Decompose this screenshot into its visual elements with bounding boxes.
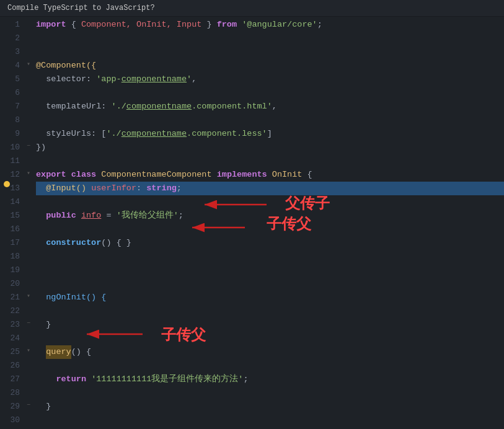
- code-line-25: query() {: [36, 345, 504, 359]
- code-line-15: public info = '我传给父组件';: [36, 209, 504, 223]
- token: export: [36, 168, 66, 182]
- gutter-cell-6: [24, 85, 33, 99]
- line-numbers: 1234567891011121314151617181920212223242…: [0, 17, 24, 429]
- token: @Input(): [36, 182, 91, 195]
- gutter-cell-15: [24, 208, 33, 221]
- token: [36, 209, 46, 223]
- code-line-30: [36, 414, 504, 427]
- gutter-cell-11: [24, 153, 33, 167]
- token: () {: [71, 345, 91, 359]
- title-bar: Compile TypeScript to JavaScript?: [0, 0, 504, 17]
- line-number-7: 7: [4, 100, 20, 113]
- gutter-cell-28: [24, 385, 33, 399]
- token: ;: [179, 209, 183, 223]
- token: ]: [267, 127, 272, 141]
- token: constructor: [46, 236, 101, 250]
- token: './: [106, 127, 121, 141]
- gutter-cell-3: [24, 44, 33, 58]
- token: return: [56, 373, 86, 386]
- gutter-cell-20: [24, 276, 33, 290]
- token: '@angular/core': [242, 18, 317, 32]
- line-number-16: 16: [4, 223, 20, 236]
- line-number-24: 24: [4, 332, 20, 345]
- line-number-14: 14: [4, 195, 20, 209]
- gutter-cell-2: [24, 30, 33, 44]
- fold-open-icon-4[interactable]: ▾: [25, 58, 32, 71]
- token: styleUrls: [: [36, 127, 106, 141]
- code-line-7: templateUrl: './componentname.component.…: [36, 100, 504, 113]
- line-number-1: 1: [4, 18, 20, 32]
- code-line-1: import { Component, OnInit, Input } from…: [36, 18, 504, 32]
- fold-open-icon-12[interactable]: ▾: [25, 167, 32, 180]
- fold-close-icon-23[interactable]: −: [25, 317, 32, 330]
- code-line-4: @Component({: [36, 59, 504, 73]
- token: info: [81, 209, 101, 223]
- gutter-cell-19: [24, 262, 33, 276]
- gutter-cell-31: −: [24, 426, 33, 429]
- token: Component, OnInit, Input: [81, 18, 201, 32]
- line-number-9: 9: [4, 127, 20, 141]
- fold-close-icon-10[interactable]: −: [25, 139, 32, 153]
- code-line-16: [36, 223, 504, 236]
- token: ;: [243, 373, 248, 386]
- token: componentname: [126, 100, 192, 113]
- token: }: [36, 318, 51, 332]
- gutter-cell-9: [24, 126, 33, 139]
- code-line-10: }): [36, 141, 504, 154]
- line-number-23: 23: [4, 318, 20, 332]
- code-line-3: [36, 45, 504, 59]
- line-number-6: 6: [4, 86, 20, 100]
- editor-container: Compile TypeScript to JavaScript? 123456…: [0, 0, 504, 429]
- line-number-22: 22: [4, 304, 20, 318]
- line-number-21: 21: [4, 291, 20, 304]
- token: ,: [192, 73, 197, 86]
- gutter-cell-10: −: [24, 139, 33, 153]
- token: ,: [272, 100, 277, 113]
- token: ComponentnameComponent: [101, 168, 211, 182]
- token: public: [46, 209, 76, 223]
- code-line-23: }: [36, 318, 504, 332]
- fold-open-icon-25[interactable]: ▾: [25, 344, 32, 358]
- token: componentname: [122, 73, 187, 86]
- token: =: [101, 209, 116, 223]
- token: :: [136, 182, 146, 195]
- code-line-5: selector: 'app-componentname',: [36, 73, 504, 86]
- token: import: [36, 18, 66, 32]
- code-line-21: ngOnInit() {: [36, 291, 504, 304]
- code-line-9: styleUrls: ['./componentname.component.l…: [36, 127, 504, 141]
- token: .component.less': [187, 127, 267, 141]
- token: from: [217, 18, 237, 32]
- gutter-cell-8: [24, 112, 33, 126]
- code-line-14: [36, 195, 504, 209]
- line-number-20: 20: [4, 277, 20, 291]
- code-line-29: }: [36, 400, 504, 414]
- fold-close-icon-31[interactable]: −: [25, 426, 32, 429]
- line-number-25: 25: [4, 345, 20, 359]
- line-number-18: 18: [4, 250, 20, 263]
- line-number-4: 4: [4, 59, 20, 73]
- token: './: [112, 100, 126, 113]
- token: componentname: [122, 127, 187, 141]
- line-number-28: 28: [4, 386, 20, 400]
- token: .component.html': [192, 100, 272, 113]
- gutter-cell-25: ▾: [24, 344, 33, 358]
- code-line-6: [36, 86, 504, 100]
- line-number-2: 2: [4, 32, 20, 45]
- token: }): [36, 141, 46, 154]
- line-number-29: 29: [4, 400, 20, 414]
- fold-close-icon-29[interactable]: −: [25, 399, 32, 412]
- token: userInfor: [91, 182, 136, 195]
- token: '11111111111我是子组件传来的方法': [91, 373, 243, 386]
- gutter-cell-7: [24, 99, 33, 112]
- token: [66, 168, 71, 182]
- gutter-cell-30: [24, 412, 33, 426]
- token: selector:: [36, 73, 96, 86]
- gutter-cell-1: [24, 17, 33, 30]
- fold-open-icon-21[interactable]: ▾: [25, 290, 32, 303]
- token: {: [66, 18, 81, 32]
- gutter-cell-18: [24, 249, 33, 262]
- code-line-22: [36, 304, 504, 318]
- code-line-20: [36, 277, 504, 291]
- gutter-cell-21: ▾: [24, 290, 33, 303]
- line-number-17: 17: [4, 236, 20, 250]
